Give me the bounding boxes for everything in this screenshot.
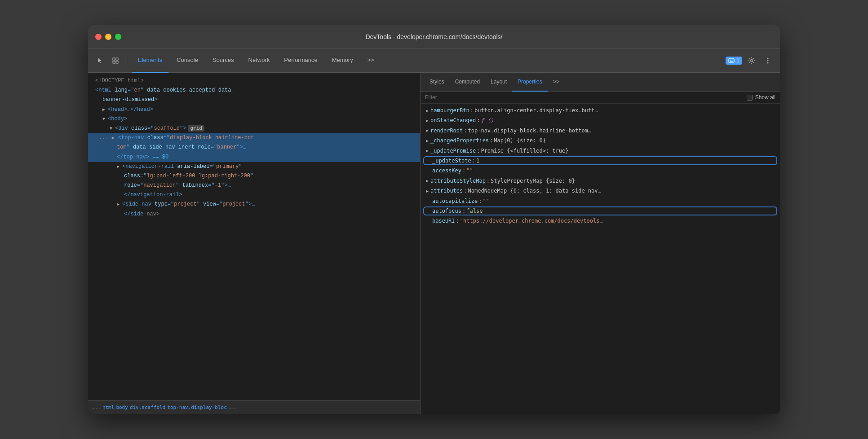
prop-attributes[interactable]: ▶ attributes: NamedNodeMap {0: class, 1:… bbox=[421, 186, 780, 196]
maximize-button[interactable] bbox=[115, 34, 121, 40]
main-area: <!DOCTYPE html> <html lang="en" data-coo… bbox=[88, 73, 780, 414]
dom-side-nav-close: </side-nav> bbox=[88, 210, 420, 219]
breadcrumb-top-nav[interactable]: top-nav.display-bloc bbox=[167, 404, 226, 410]
dom-tree: <!DOCTYPE html> <html lang="en" data-coo… bbox=[88, 73, 420, 400]
dom-side-nav[interactable]: ▶ <side-nav type="project" view="project… bbox=[88, 200, 420, 209]
dom-nav-rail-cont: class="lg:pad-left-200 lg:pad-right-200" bbox=[88, 171, 420, 181]
breadcrumb-body[interactable]: body bbox=[116, 404, 128, 410]
dom-div-scaffold[interactable]: ▼ <div class="scaffold">grid bbox=[88, 124, 420, 133]
prop-accessKey[interactable]: accessKey: "" bbox=[421, 166, 780, 176]
show-all-checkbox[interactable] bbox=[747, 95, 753, 101]
tab-layout[interactable]: Layout bbox=[485, 73, 512, 92]
devtools-window: DevTools - developer.chrome.com/docs/dev… bbox=[88, 25, 780, 414]
titlebar: DevTools - developer.chrome.com/docs/dev… bbox=[88, 25, 780, 48]
dom-top-nav-cont[interactable]: tom" data-side-nav-inert role="banner">… bbox=[88, 143, 420, 152]
tab-console[interactable]: Console bbox=[170, 48, 204, 73]
window-controls bbox=[95, 34, 121, 40]
svg-point-6 bbox=[767, 57, 769, 59]
dom-head[interactable]: ▶ <head>…</head> bbox=[88, 105, 420, 114]
tab-more-panel[interactable]: >> bbox=[548, 73, 565, 92]
inspect-icon[interactable] bbox=[109, 54, 122, 67]
breadcrumb-dots-right: ... bbox=[229, 404, 238, 410]
notifications-badge[interactable]: 1 bbox=[726, 57, 742, 65]
svg-rect-1 bbox=[113, 61, 115, 63]
elements-panel: <!DOCTYPE html> <html lang="en" data-coo… bbox=[88, 73, 421, 414]
tab-performance[interactable]: Performance bbox=[278, 48, 323, 73]
minimize-button[interactable] bbox=[105, 34, 111, 40]
properties-list: ▶ hamburgerBtn: button.align-center.disp… bbox=[421, 104, 780, 414]
tab-elements[interactable]: Elements bbox=[132, 48, 168, 73]
prop-attributeStyleMap[interactable]: ▶ attributeStyleMap: StylePropertyMap {s… bbox=[421, 176, 780, 186]
prop-autofocus[interactable]: autofocus: false bbox=[421, 206, 780, 216]
prop-changedProperties[interactable]: ▶ _changedProperties: Map(0) {size: 0} bbox=[421, 136, 780, 145]
prop-hamburgerBtn[interactable]: ▶ hamburgerBtn: button.align-center.disp… bbox=[421, 105, 780, 115]
tab-properties[interactable]: Properties bbox=[512, 73, 548, 92]
svg-rect-2 bbox=[116, 58, 118, 60]
badge-count: 1 bbox=[736, 57, 740, 64]
filter-input[interactable] bbox=[425, 94, 743, 101]
close-button[interactable] bbox=[95, 34, 102, 40]
svg-point-5 bbox=[751, 59, 753, 61]
dom-nav-rail[interactable]: ▶ <navigation-rail aria-label="primary" bbox=[88, 162, 420, 171]
dom-doctype: <!DOCTYPE html> bbox=[88, 76, 420, 86]
tab-network[interactable]: Network bbox=[242, 48, 276, 73]
show-all-area: Show all bbox=[747, 94, 775, 101]
toolbar-divider bbox=[127, 55, 127, 66]
dom-top-nav-close: </top-nav> == $0 bbox=[88, 153, 420, 162]
dom-html[interactable]: <html lang="en" data-cookies-accepted da… bbox=[88, 86, 420, 95]
prop-onStateChanged[interactable]: ▶ onStateChanged: ƒ () bbox=[421, 115, 780, 125]
prop-updateState[interactable]: _updateState: 1 bbox=[421, 156, 780, 166]
prop-updatePromise[interactable]: ▶ _updatePromise: Promise {<fulfilled>: … bbox=[421, 146, 780, 156]
breadcrumb-dots-left: ... bbox=[92, 404, 101, 410]
dom-body[interactable]: ▼ <body> bbox=[88, 114, 420, 124]
prop-baseURI[interactable]: baseURI: "https://developer.chrome.com/d… bbox=[421, 216, 780, 226]
tab-more[interactable]: >> bbox=[361, 48, 381, 73]
panel-tabs: Styles Computed Layout Properties >> bbox=[421, 73, 780, 92]
more-options-icon[interactable] bbox=[761, 54, 775, 67]
dom-html-cont: banner-dismissed> bbox=[88, 95, 420, 105]
window-title: DevTools - developer.chrome.com/docs/dev… bbox=[365, 33, 502, 40]
show-all-label: Show all bbox=[755, 94, 775, 101]
dom-nav-rail-close: </navigation-rail> bbox=[88, 190, 420, 200]
breadcrumb: ... html body div.scaffold top-nav.displ… bbox=[88, 400, 420, 414]
toolbar-right: 1 bbox=[726, 54, 775, 67]
prop-autocapitalize[interactable]: autocapitalize: "" bbox=[421, 196, 780, 206]
devtools-toolbar: Elements Console Sources Network Perform… bbox=[88, 48, 780, 73]
dom-nav-rail-cont2: role="navigation" tabindex="-1">… bbox=[88, 181, 420, 190]
prop-renderRoot[interactable]: ▶ renderRoot: top-nav.display-block.hair… bbox=[421, 126, 780, 136]
breadcrumb-div-scaffold[interactable]: div.scaffold bbox=[130, 404, 165, 410]
tab-sources[interactable]: Sources bbox=[206, 48, 240, 73]
filter-bar: Show all bbox=[421, 92, 780, 104]
dom-top-nav-open[interactable]: ... ▶ <top-nav class="display-block hair… bbox=[88, 133, 420, 143]
tab-styles[interactable]: Styles bbox=[424, 73, 450, 92]
properties-panel: Styles Computed Layout Properties >> bbox=[421, 73, 780, 414]
svg-rect-0 bbox=[113, 58, 115, 60]
svg-point-7 bbox=[767, 60, 769, 61]
breadcrumb-html[interactable]: html bbox=[102, 404, 115, 410]
svg-rect-3 bbox=[116, 61, 118, 63]
tab-computed[interactable]: Computed bbox=[450, 73, 485, 92]
svg-point-8 bbox=[767, 62, 769, 63]
cursor-icon[interactable] bbox=[93, 54, 107, 67]
tab-memory[interactable]: Memory bbox=[326, 48, 359, 73]
settings-icon[interactable] bbox=[745, 54, 758, 67]
